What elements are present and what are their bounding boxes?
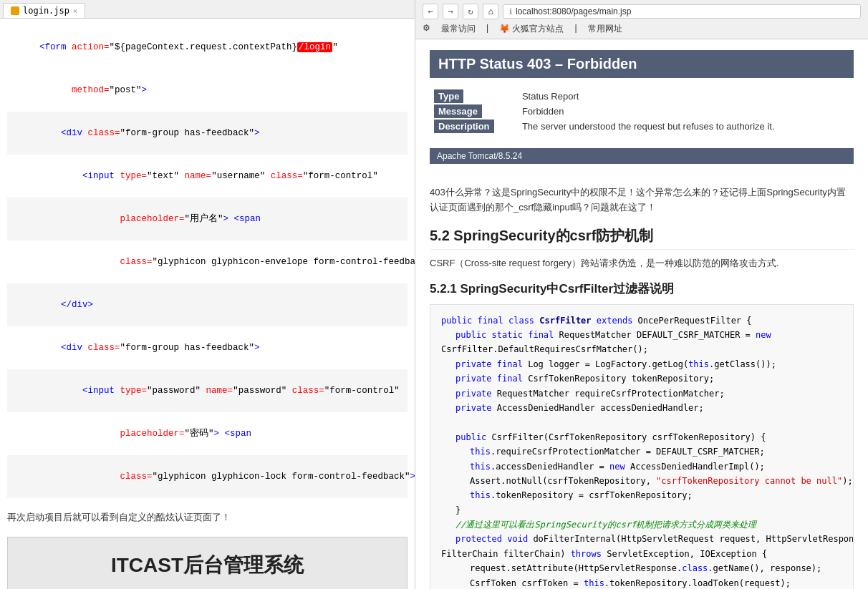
http-title-bar: HTTP Status 403 – Forbidden xyxy=(430,50,854,78)
code-row-7: private AccessDeniedHandler accessDenied… xyxy=(441,401,842,415)
code-row-19: CsrfToken csrfToken = this.tokenReposito… xyxy=(441,576,842,589)
code-row-17: FilterChain filterChain) throws ServletE… xyxy=(441,547,842,561)
left-panel: login.jsp × <form action="${pageContext.… xyxy=(0,0,415,589)
code-row-14: } xyxy=(441,503,842,517)
code-line-9: <input type="password" name="password" c… xyxy=(7,369,408,412)
info-text-content: 再次启动项目后就可以看到自定义的酷炫认证页面了！ xyxy=(7,512,231,522)
tomcat-bar: Apache Tomcat/8.5.24 xyxy=(430,148,854,164)
file-icon xyxy=(11,6,19,15)
code-row-6: private RequestMatcher requireCsrfProtec… xyxy=(441,386,842,401)
back-icon: ← xyxy=(428,6,433,16)
home-button[interactable]: ⌂ xyxy=(483,4,498,19)
http-page: HTTP Status 403 – Forbidden Type Status … xyxy=(415,39,868,175)
login-preview-title: ITCAST后台管理系统 xyxy=(111,552,304,579)
browser-nav: ← → ↻ ⌂ ℹ localhost:8080/pages/main.jsp xyxy=(423,4,861,19)
type-label: Type xyxy=(434,89,463,103)
address-bar[interactable]: ℹ localhost:8080/pages/main.jsp xyxy=(503,4,861,19)
code-row-15: //通过这里可以看出SpringSecurity的csrf机制把请求方式分成两类… xyxy=(441,517,842,532)
forward-button[interactable]: → xyxy=(443,4,458,19)
http-info-table: Type Status Report Message Forbidden Des… xyxy=(430,89,854,134)
http-type-row: Type Status Report xyxy=(430,89,854,104)
bookmark-common[interactable]: 常用网址 xyxy=(588,23,622,35)
message-value: Forbidden xyxy=(522,106,564,117)
bookmark-icon: ⚙ xyxy=(423,23,430,35)
tab-filename: login.jsp xyxy=(23,6,69,16)
code-row-5: private final CsrfTokenRepository tokenR… xyxy=(441,371,842,386)
section-description: 403什么异常？这是SpringSecurity中的权限不足！这个异常怎么来的？… xyxy=(430,185,854,215)
code-row-10: this.requireCsrfProtectionMatcher = DEFA… xyxy=(441,444,842,459)
code-line-6: class="glyphicon glyphicon-envelope form… xyxy=(7,240,408,283)
code-editor: <form action="${pageContext.request.cont… xyxy=(0,19,415,505)
login-preview: ITCAST后台管理系统 登录系统 用户名 ✉ 密码 🔒 记住 下次自动登录 登… xyxy=(7,537,408,589)
home-icon: ⌂ xyxy=(488,6,493,16)
code-row-16: protected void doFilterInternal(HttpServ… xyxy=(441,532,842,546)
code-line-11: class="glyphicon glyphicon-lock form-con… xyxy=(7,455,408,498)
code-row-2: public static final RequestMatcher DEFAU… xyxy=(441,328,842,342)
code-row-3: CsrfFilter.DefaultRequiresCsrfMatcher(); xyxy=(441,342,842,356)
code-row-11: this.accessDeniedHandler = new AccessDen… xyxy=(441,459,842,474)
section-h3: 5.2.1 SpringSecurity中CsrfFilter过滤器说明 xyxy=(430,281,854,297)
http-title: HTTP Status 403 – Forbidden xyxy=(438,56,637,72)
type-value: Status Report xyxy=(522,91,579,102)
code-line-8: <div class="form-group has-feedback"> xyxy=(7,326,408,369)
bookmark-frequent[interactable]: 最常访问 xyxy=(441,23,476,35)
login-jsp-tab[interactable]: login.jsp × xyxy=(3,3,85,18)
bookmark-separator2: | xyxy=(574,23,577,35)
description-value: The server understood the request but re… xyxy=(522,121,775,132)
bookmark-firefox[interactable]: 🦊 火狐官方站点 xyxy=(499,23,564,35)
http-message-row: Message Forbidden xyxy=(430,104,854,119)
tab-close-btn[interactable]: × xyxy=(73,7,77,15)
back-button[interactable]: ← xyxy=(423,4,438,19)
code-row-1: public final class CsrfFilter extends On… xyxy=(441,313,842,328)
http-description-row: Description The server understood the re… xyxy=(430,119,854,134)
right-content: 403什么异常？这是SpringSecurity中的权限不足！这个异常怎么来的？… xyxy=(415,175,868,589)
bookmark-frequent-label: 最常访问 xyxy=(441,23,476,35)
code-row-8 xyxy=(441,415,842,429)
description-label: Description xyxy=(434,120,494,133)
code-row-12: Assert.notNull(csrfTokenRepository, "csr… xyxy=(441,474,842,488)
section-desc2: CSRF（Cross-site request forgery）跨站请求伪造，是… xyxy=(430,257,854,270)
message-label: Message xyxy=(434,104,482,118)
browser-chrome: ← → ↻ ⌂ ℹ localhost:8080/pages/main.jsp … xyxy=(415,0,868,39)
code-line-2: method="post"> xyxy=(7,69,408,112)
info-text: 再次启动项目后就可以看到自定义的酷炫认证页面了！ xyxy=(0,505,415,530)
code-line-10: placeholder="密码"> <span xyxy=(7,412,408,455)
security-icon: ℹ xyxy=(509,7,512,16)
bookmark-firefox-label: 🦊 火狐官方站点 xyxy=(499,23,564,35)
code-row-9: public CsrfFilter(CsrfTokenRepository cs… xyxy=(441,430,842,444)
section-h2: 5.2 SpringSecurity的csrf防护机制 xyxy=(430,226,854,250)
code-row-13: this.tokenRepository = csrfTokenReposito… xyxy=(441,488,842,502)
code-row-18: request.setAttribute(HttpServletResponse… xyxy=(441,561,842,575)
refresh-icon: ↻ xyxy=(468,6,473,16)
refresh-button[interactable]: ↻ xyxy=(463,4,478,19)
code-line-1: <form action="${pageContext.request.cont… xyxy=(7,26,408,69)
code-row-4: private final Log logger = LogFactory.ge… xyxy=(441,357,842,371)
code-line-5: placeholder="用户名"> <span xyxy=(7,198,408,240)
bookmarks-bar: ⚙ 最常访问 | 🦊 火狐官方站点 | 常用网址 xyxy=(423,23,861,35)
forward-icon: → xyxy=(448,6,453,16)
tomcat-version: Apache Tomcat/8.5.24 xyxy=(437,151,522,161)
bookmark-common-label: 常用网址 xyxy=(588,23,622,35)
right-panel: ← → ↻ ⌂ ℹ localhost:8080/pages/main.jsp … xyxy=(415,0,868,589)
tab-bar: login.jsp × xyxy=(0,0,415,19)
url-text: localhost:8080/pages/main.jsp xyxy=(516,6,631,16)
bookmark-separator: | xyxy=(486,23,488,35)
code-line-7: </div> xyxy=(7,283,408,326)
code-line-4: <input type="text" name="username" class… xyxy=(7,155,408,198)
code-line-3: <div class="form-group has-feedback"> xyxy=(7,112,408,155)
code-block: public final class CsrfFilter extends On… xyxy=(430,304,854,589)
